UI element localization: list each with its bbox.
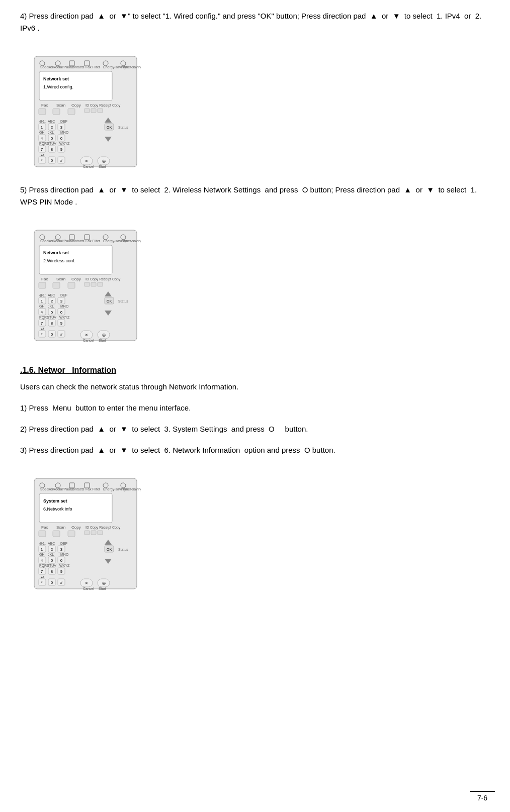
svg-text:ABC: ABC <box>48 542 55 545</box>
svg-text:2: 2 <box>51 125 53 130</box>
svg-text:Status: Status <box>118 299 128 303</box>
svg-text:7: 7 <box>41 147 43 152</box>
svg-text:9: 9 <box>60 147 63 152</box>
svg-text:5: 5 <box>51 310 53 315</box>
svg-text:Status: Status <box>118 126 128 129</box>
svg-text:6: 6 <box>60 310 63 315</box>
svg-rect-163 <box>53 531 60 537</box>
svg-text:◎: ◎ <box>102 333 106 337</box>
svg-text:◎: ◎ <box>102 159 106 163</box>
svg-text:OK: OK <box>107 548 112 551</box>
svg-text:WXYZ: WXYZ <box>59 142 70 145</box>
svg-rect-91 <box>39 282 46 288</box>
svg-text:Cancel: Cancel <box>83 587 94 590</box>
svg-text:8: 8 <box>51 147 53 152</box>
device-svg-3: Speaker Redial/Pause Contacts Fax Filter… <box>30 474 141 592</box>
svg-text:System set: System set <box>43 498 67 503</box>
svg-text:PQRS: PQRS <box>39 564 49 568</box>
device-svg-1: Speaker Redial/Pause Contacts Fax Filter… <box>30 52 141 170</box>
svg-text:GHI: GHI <box>39 553 46 556</box>
svg-text:Copy: Copy <box>71 525 81 530</box>
svg-text:Start: Start <box>99 587 106 590</box>
svg-text:MNO: MNO <box>60 553 69 556</box>
svg-text:DEF: DEF <box>60 293 67 297</box>
svg-text:MNO: MNO <box>60 131 69 134</box>
svg-text:#: # <box>60 332 63 337</box>
svg-text:ABC: ABC <box>48 120 55 123</box>
svg-text:3: 3 <box>60 547 63 552</box>
svg-text:2: 2 <box>51 547 53 552</box>
svg-rect-21 <box>53 109 60 115</box>
svg-text:0: 0 <box>51 332 53 337</box>
svg-text:OK: OK <box>107 126 112 129</box>
svg-text:1.Wired config.: 1.Wired config. <box>43 84 73 89</box>
svg-text:✕: ✕ <box>85 581 88 585</box>
svg-text:DEF: DEF <box>60 120 67 123</box>
svg-text:Start: Start <box>99 339 106 342</box>
paragraph-3: Users can check the network status throu… <box>20 381 490 393</box>
svg-text:0: 0 <box>51 158 53 163</box>
svg-rect-23 <box>84 109 90 113</box>
svg-text:8: 8 <box>51 569 53 574</box>
svg-text:Network set: Network set <box>43 76 69 81</box>
svg-text:5: 5 <box>51 558 53 563</box>
svg-text:Scan: Scan <box>56 103 65 108</box>
svg-text:ID Copy Receipt Copy: ID Copy Receipt Copy <box>86 277 121 281</box>
svg-text:Fax: Fax <box>41 525 48 530</box>
svg-text:PQRS: PQRS <box>39 142 49 146</box>
svg-text:9: 9 <box>60 321 63 326</box>
svg-rect-20 <box>39 109 46 115</box>
svg-text:PQRS: PQRS <box>39 316 49 320</box>
svg-text:Status: Status <box>118 548 128 551</box>
svg-text:GHI: GHI <box>39 304 46 308</box>
svg-text:6: 6 <box>60 558 63 563</box>
svg-text:TUV: TUV <box>49 316 56 319</box>
svg-text:6: 6 <box>60 136 63 141</box>
svg-rect-24 <box>91 109 96 113</box>
svg-text:3: 3 <box>60 299 63 303</box>
svg-text:WXYZ: WXYZ <box>59 316 70 319</box>
svg-text:JKL: JKL <box>48 304 54 308</box>
section-heading: .1.6. Networ Information <box>20 366 116 374</box>
svg-text:DEF: DEF <box>60 542 67 545</box>
svg-text:*: * <box>41 332 42 337</box>
svg-text:Scan: Scan <box>56 277 65 281</box>
svg-text:◎: ◎ <box>102 581 106 585</box>
svg-text:Cancel: Cancel <box>83 165 94 168</box>
page-number: 7-6 <box>470 791 495 802</box>
device-image-3: Speaker Redial/Pause Contacts Fax Filter… <box>30 474 141 594</box>
paragraph-4: 1) Press Menu button to enter the menu i… <box>20 402 490 414</box>
svg-text:Fax: Fax <box>41 103 48 108</box>
svg-text:1: 1 <box>41 299 43 303</box>
svg-rect-92 <box>53 282 60 288</box>
svg-text:Toner-saving: Toner-saving <box>122 487 141 491</box>
svg-text:2.Wireless conf.: 2.Wireless conf. <box>43 258 75 263</box>
svg-text:MNO: MNO <box>60 304 69 308</box>
svg-text:ABC: ABC <box>48 293 55 297</box>
svg-rect-165 <box>84 531 90 535</box>
svg-rect-166 <box>91 531 96 535</box>
svg-text:7: 7 <box>41 569 43 574</box>
svg-text:Toner-saving: Toner-saving <box>122 65 141 69</box>
device-image-2: Speaker Redial/Pause Contacts Fax Filter… <box>30 226 141 346</box>
svg-text:WXYZ: WXYZ <box>59 564 70 567</box>
svg-text:1: 1 <box>41 547 43 552</box>
svg-rect-95 <box>91 282 96 286</box>
svg-text:4: 4 <box>41 558 43 563</box>
svg-text:@1:: @1: <box>39 293 46 297</box>
svg-text:*: * <box>41 158 42 163</box>
svg-text:3: 3 <box>60 125 63 130</box>
svg-text:@1:: @1: <box>39 542 46 545</box>
svg-text:8: 8 <box>51 321 53 326</box>
svg-text:✕: ✕ <box>85 159 88 163</box>
svg-text:Network set: Network set <box>43 250 69 255</box>
svg-text:Start: Start <box>99 165 106 168</box>
svg-text:JKL: JKL <box>48 553 54 556</box>
svg-text:ID Copy Receipt Copy: ID Copy Receipt Copy <box>86 104 121 108</box>
paragraph-2: 5) Press direction pad ▲ or ▼ to select … <box>20 184 490 208</box>
svg-rect-167 <box>98 531 103 535</box>
device-svg-2: Speaker Redial/Pause Contacts Fax Filter… <box>30 226 141 344</box>
svg-text:Toner-saving: Toner-saving <box>122 239 141 243</box>
paragraph-6: 3) Press direction pad ▲ or ▼ to select … <box>20 444 490 456</box>
svg-text:6.Network info: 6.Network info <box>43 506 72 512</box>
